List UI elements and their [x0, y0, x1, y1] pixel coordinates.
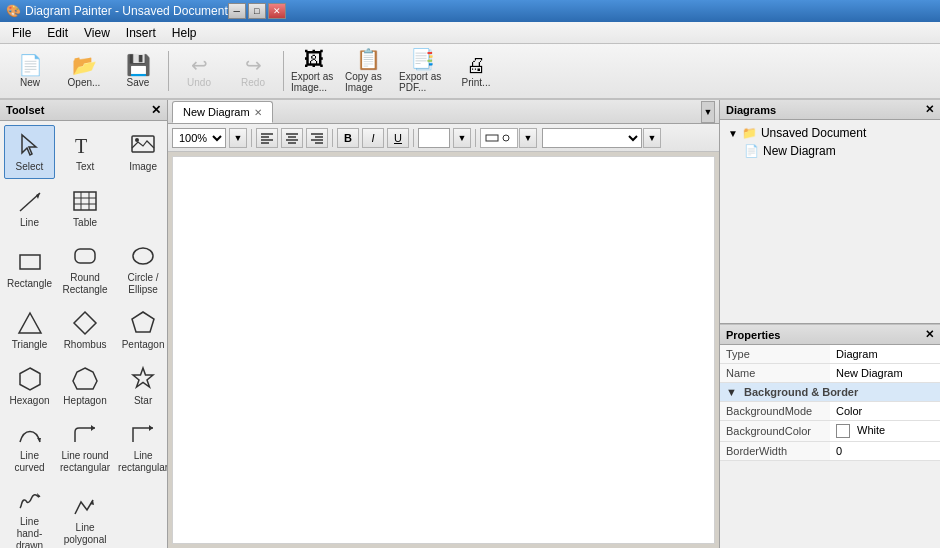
menu-insert[interactable]: Insert [118, 24, 164, 42]
export-pdf-label: Export as PDF... [399, 71, 445, 93]
window-controls: ─ □ ✕ [228, 3, 286, 19]
menu-view[interactable]: View [76, 24, 118, 42]
align-center-button[interactable] [281, 128, 303, 148]
tool-line-hand-drawn-label: Line hand-drawn [7, 516, 52, 548]
zoom-select[interactable]: 100% [172, 128, 226, 148]
text-color-dropdown[interactable]: ▼ [453, 128, 471, 148]
tool-line-curved-label: Line curved [7, 450, 52, 474]
diagrams-root-expand-icon: ▼ [728, 128, 738, 139]
redo-icon: ↪ [245, 55, 262, 75]
property-value-type: Diagram [830, 345, 940, 364]
tool-heptagon-label: Heptagon [63, 395, 106, 407]
tool-line-polygonal[interactable]: Line polygonal [57, 481, 113, 548]
tab-close-button[interactable]: ✕ [254, 107, 262, 118]
diagrams-panel: Diagrams ✕ ▼ 📁 Unsaved Document 📄 New Di… [720, 100, 940, 324]
tool-rhombus[interactable]: Rhombus [57, 303, 113, 357]
diagrams-header: Diagrams ✕ [720, 100, 940, 120]
new-button[interactable]: 📄 New [4, 47, 56, 95]
undo-icon: ↩ [191, 55, 208, 75]
property-value-border-width[interactable]: 0 [830, 442, 940, 461]
tool-pentagon[interactable]: Pentagon [115, 303, 167, 357]
tool-line-rectangular[interactable]: Line rectangular [115, 415, 167, 479]
tabs-scroll-button[interactable]: ▼ [701, 101, 715, 123]
shape-style-dropdown[interactable]: ▼ [519, 128, 537, 148]
tool-select[interactable]: Select [4, 125, 55, 179]
tool-line-hand-drawn[interactable]: Line hand-drawn [4, 481, 55, 548]
properties-close-button[interactable]: ✕ [925, 328, 934, 341]
zoom-dropdown-button[interactable]: ▼ [229, 128, 247, 148]
background-color-label: White [857, 424, 885, 436]
tool-line[interactable]: Line [4, 181, 55, 235]
tool-table[interactable]: Table [57, 181, 113, 235]
close-button[interactable]: ✕ [268, 3, 286, 19]
print-label: Print... [462, 77, 491, 88]
maximize-button[interactable]: □ [248, 3, 266, 19]
line-style-select[interactable] [542, 128, 642, 148]
tool-hexagon[interactable]: Hexagon [4, 359, 55, 413]
export-pdf-button[interactable]: 📑 Export as PDF... [396, 47, 448, 95]
line-style-dropdown[interactable]: ▼ [643, 128, 661, 148]
tool-star[interactable]: Star [115, 359, 167, 413]
property-value-background-color[interactable]: White [830, 421, 940, 442]
svg-rect-6 [74, 192, 96, 210]
properties-title: Properties [726, 329, 780, 341]
menu-help[interactable]: Help [164, 24, 205, 42]
copy-image-icon: 📋 [356, 49, 381, 69]
export-image-button[interactable]: 🖼 Export as Image... [288, 47, 340, 95]
italic-button[interactable]: I [362, 128, 384, 148]
open-button[interactable]: 📂 Open... [58, 47, 110, 95]
undo-label: Undo [187, 77, 211, 88]
save-label: Save [127, 77, 150, 88]
format-separator-3 [413, 129, 414, 147]
align-right-button[interactable] [306, 128, 328, 148]
tool-grid: Select T Text Image [4, 125, 163, 548]
text-color-box[interactable] [418, 128, 450, 148]
tab-new-diagram[interactable]: New Diagram ✕ [172, 101, 273, 123]
property-row-background-mode: BackgroundMode Color [720, 402, 940, 421]
property-row-border-width: BorderWidth 0 [720, 442, 940, 461]
tool-line-round-rectangular-label: Line round rectangular [60, 450, 110, 474]
underline-button[interactable]: U [387, 128, 409, 148]
align-left-button[interactable] [256, 128, 278, 148]
diagrams-root-folder-icon: 📁 [742, 126, 757, 140]
tool-round-rectangle[interactable]: Round Rectangle [57, 237, 113, 301]
tool-line-curved[interactable]: Line curved [4, 415, 55, 479]
drawing-canvas[interactable] [172, 156, 715, 544]
property-value-name[interactable]: New Diagram [830, 364, 940, 383]
shape-style-box[interactable] [480, 128, 518, 148]
save-icon: 💾 [126, 55, 151, 75]
toolset-close-button[interactable]: ✕ [151, 103, 161, 117]
diagrams-close-button[interactable]: ✕ [925, 103, 934, 116]
tool-triangle[interactable]: Triangle [4, 303, 55, 357]
tool-image[interactable]: Image [115, 125, 167, 179]
tool-heptagon[interactable]: Heptagon [57, 359, 113, 413]
tool-pentagon-label: Pentagon [122, 339, 165, 351]
redo-button[interactable]: ↪ Redo [227, 47, 279, 95]
svg-point-3 [135, 138, 139, 142]
diagrams-child-icon-0: 📄 [744, 144, 759, 158]
menu-file[interactable]: File [4, 24, 39, 42]
tool-rectangle[interactable]: Rectangle [4, 237, 55, 301]
format-bar: 100% ▼ B I U ▼ [168, 124, 719, 152]
title-icon: 🎨 [6, 4, 21, 18]
toolset-panel: Toolset ✕ Select T Text [0, 100, 168, 548]
tool-circle-ellipse[interactable]: Circle / Ellipse [115, 237, 167, 301]
diagrams-child-item-0[interactable]: 📄 New Diagram [724, 142, 936, 160]
minimize-button[interactable]: ─ [228, 3, 246, 19]
diagrams-title: Diagrams [726, 104, 776, 116]
toolset-header: Toolset ✕ [0, 100, 167, 121]
diagrams-root-item[interactable]: ▼ 📁 Unsaved Document [724, 124, 936, 142]
tool-round-rectangle-label: Round Rectangle [60, 272, 110, 296]
print-button[interactable]: 🖨 Print... [450, 47, 502, 95]
bold-button[interactable]: B [337, 128, 359, 148]
svg-rect-48 [486, 135, 498, 141]
undo-button[interactable]: ↩ Undo [173, 47, 225, 95]
toolbar-separator-1 [168, 51, 169, 91]
menu-edit[interactable]: Edit [39, 24, 76, 42]
tool-line-round-rectangular[interactable]: Line round rectangular [57, 415, 113, 479]
property-section-background-border[interactable]: ▼ Background & Border [720, 383, 940, 402]
property-key-background-mode: BackgroundMode [720, 402, 830, 421]
save-button[interactable]: 💾 Save [112, 47, 164, 95]
copy-image-button[interactable]: 📋 Copy as Image [342, 47, 394, 95]
tool-text[interactable]: T Text [57, 125, 113, 179]
